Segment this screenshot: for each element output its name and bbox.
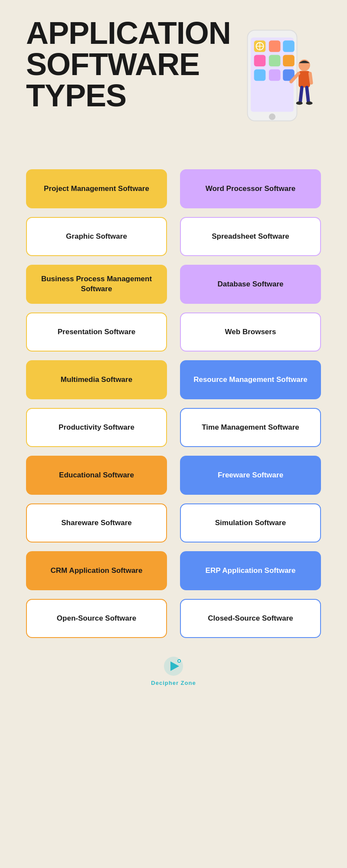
svg-point-22 (306, 102, 312, 105)
brand-name: Decipher Zone (151, 680, 196, 686)
software-card-2: Word Processor Software (180, 169, 321, 208)
svg-line-18 (310, 73, 311, 83)
footer-section: Decipher Zone (26, 655, 321, 695)
software-card-20: Closed-Source Software (180, 599, 321, 638)
software-card-17: CRM Application Software (26, 551, 167, 590)
software-card-7: Presentation Software (26, 312, 167, 352)
software-card-6: Database Software (180, 265, 321, 304)
svg-rect-4 (283, 40, 295, 52)
svg-rect-6 (269, 55, 281, 67)
software-card-3: Graphic Software (26, 217, 167, 256)
decipher-zone-icon (163, 655, 184, 677)
header-section: APPLICATION SOFTWARE TYPES (26, 17, 321, 143)
software-card-16: Simulation Software (180, 503, 321, 542)
software-card-11: Productivity Software (26, 408, 167, 447)
svg-point-14 (269, 113, 275, 120)
software-card-13: Educational Software (26, 456, 167, 495)
software-card-19: Open-Source Software (26, 599, 167, 638)
main-title: APPLICATION SOFTWARE TYPES (26, 17, 231, 111)
software-card-1: Project Management Software (26, 169, 167, 208)
svg-rect-5 (254, 55, 265, 67)
svg-rect-7 (283, 55, 295, 67)
software-card-18: ERP Application Software (180, 551, 321, 590)
svg-rect-16 (298, 71, 310, 88)
software-card-12: Time Management Software (180, 408, 321, 447)
svg-line-20 (307, 88, 308, 102)
svg-rect-3 (269, 40, 281, 52)
software-card-5: Business Process Management Software (26, 265, 167, 304)
svg-point-21 (296, 102, 302, 105)
software-card-8: Web Browsers (180, 312, 321, 352)
svg-line-19 (300, 88, 302, 102)
footer-logo: Decipher Zone (151, 655, 196, 686)
svg-point-26 (178, 660, 180, 662)
software-card-4: Spreadsheet Software (180, 217, 321, 256)
software-card-14: Freeware Software (180, 456, 321, 495)
title-block: APPLICATION SOFTWARE TYPES (26, 17, 231, 111)
page-wrapper: APPLICATION SOFTWARE TYPES (0, 0, 347, 721)
software-card-10: Resource Management Software (180, 360, 321, 399)
cards-grid: Project Management SoftwareWord Processo… (26, 169, 321, 638)
phone-illustration (235, 26, 322, 143)
svg-rect-8 (254, 69, 265, 81)
svg-rect-9 (269, 69, 281, 81)
software-card-15: Shareware Software (26, 503, 167, 542)
software-card-9: Multimedia Software (26, 360, 167, 399)
